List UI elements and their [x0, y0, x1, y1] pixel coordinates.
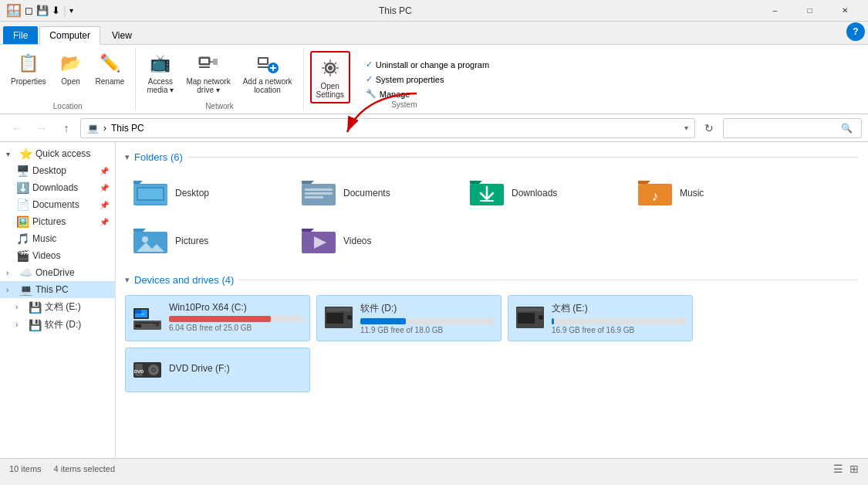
search-box: 🔍 [723, 118, 862, 138]
open-label: Open [61, 77, 79, 86]
ribbon-group-system: OpenSettings ✓ Uninstall or change a pro… [304, 48, 505, 110]
system-items: ✓ Uninstall or change a program ✓ System… [356, 48, 498, 110]
svg-marker-30 [133, 229, 146, 232]
desktop-label: Desktop [32, 165, 66, 176]
add-network-location-button[interactable]: Add a networklocation [238, 48, 297, 97]
uninstall-item[interactable]: ✓ Uninstall or change a program [363, 58, 492, 71]
up-button[interactable]: ↑ [56, 117, 77, 139]
sidebar-onedrive[interactable]: › ☁️ OneDrive [0, 264, 115, 281]
restore-button[interactable]: □ [792, 0, 827, 22]
manage-item[interactable]: 🔧 Manage [363, 87, 492, 100]
refresh-button[interactable]: ↻ [698, 117, 720, 139]
window-title: This PC [79, 5, 711, 16]
manage-icon: 🔧 [366, 89, 377, 99]
tab-computer[interactable]: Computer [39, 26, 100, 45]
map-network-drive-button[interactable]: Map networkdrive ▾ [181, 48, 235, 97]
address-path[interactable]: 💻 › This PC ▾ [80, 118, 695, 138]
videos-folder-icon [300, 226, 337, 256]
open-button[interactable]: 📂 Open [54, 48, 88, 89]
network-group-label: Network [205, 99, 234, 110]
devices-section-header: ▾ Devices and drives (4) [125, 274, 859, 286]
drive-c[interactable]: Win10Pro X64 (C:) 6.04 GB free of 25.0 G… [125, 295, 310, 341]
folder-downloads[interactable]: Downloads [461, 172, 623, 214]
uninstall-check: ✓ [366, 59, 373, 70]
address-dropdown-arrow[interactable]: ▾ [684, 124, 688, 132]
downloads-folder-label: Downloads [512, 188, 557, 198]
access-media-button[interactable]: 📺 Accessmedia ▾ [142, 48, 178, 97]
forward-button[interactable]: → [31, 117, 52, 139]
devices-chevron[interactable]: ▾ [125, 275, 130, 285]
close-button[interactable]: ✕ [827, 0, 862, 22]
svg-marker-33 [302, 229, 314, 232]
tab-view[interactable]: View [102, 26, 142, 44]
search-input[interactable] [730, 123, 838, 134]
drive-e-bar-bg [552, 318, 686, 324]
sidebar-item-desktop[interactable]: 🖥️ Desktop 📌 [0, 162, 115, 179]
downloads-pin-icon: 📌 [100, 184, 109, 192]
minimize-button[interactable]: – [758, 0, 792, 22]
open-icon: 📂 [59, 51, 83, 76]
open-settings-label: OpenSettings [316, 82, 344, 99]
svg-text:DVD: DVD [134, 369, 144, 374]
access-media-label: Accessmedia ▾ [147, 77, 174, 94]
drive-e[interactable]: 文档 (E:) 16.9 GB free of 16.9 GB [508, 295, 693, 341]
svg-rect-47 [326, 313, 343, 324]
ribbon-group-network: 📺 Accessmedia ▾ Map networkdrive ▾ [136, 48, 303, 110]
rename-button[interactable]: ✏️ Rename [91, 48, 130, 89]
system-menu-icon[interactable]: 🪟 [6, 3, 22, 18]
sidebar-this-pc[interactable]: › 💻 This PC [0, 281, 115, 298]
sidebar-item-videos[interactable]: 🎬 Videos [0, 247, 115, 264]
svg-rect-1 [201, 59, 208, 63]
drive-c-space: 6.04 GB free of 25.0 GB [169, 324, 303, 332]
details-view-button[interactable]: ☰ [833, 463, 843, 475]
add-network-label: Add a networklocation [243, 77, 292, 94]
svg-rect-38 [141, 314, 144, 315]
quick-access-separator: | [63, 5, 66, 17]
properties-button[interactable]: 📋 Properties [6, 48, 51, 89]
rename-label: Rename [96, 77, 125, 86]
onedrive-label: OneDrive [35, 267, 75, 278]
folder-videos[interactable]: Videos [293, 220, 455, 262]
sidebar-item-documents[interactable]: 📄 Documents 📌 [0, 196, 115, 213]
customize-quick-access[interactable]: ▾ [69, 6, 73, 15]
this-pc-label: This PC [35, 284, 69, 295]
folder-documents[interactable]: Documents [293, 172, 455, 214]
pictures-label: Pictures [32, 216, 66, 227]
music-icon: 🎵 [15, 232, 29, 245]
sidebar-item-e-drive[interactable]: › 💾 文档 (E:) [0, 298, 115, 316]
system-properties-item[interactable]: ✓ System properties [363, 73, 492, 86]
folder-desktop[interactable]: Desktop [125, 172, 287, 214]
svg-point-50 [539, 315, 543, 320]
desktop-folder-icon [132, 178, 169, 209]
svg-rect-7 [258, 66, 269, 68]
sidebar-item-pictures[interactable]: 🖼️ Pictures 📌 [0, 213, 115, 230]
folders-section-header: ▾ Folders (6) [125, 151, 859, 163]
dvd-icon: DVD [132, 354, 163, 385]
drive-d[interactable]: 软件 (D:) 11.9 GB free of 18.0 GB [316, 295, 502, 341]
open-settings-button[interactable]: OpenSettings [310, 51, 350, 103]
d-drive-icon: 💾 [28, 319, 42, 331]
sidebar-item-d-drive[interactable]: › 💾 软件 (D:) [0, 316, 115, 334]
svg-rect-4 [213, 59, 218, 65]
folder-music[interactable]: ♪ Music [630, 172, 792, 214]
large-icons-view-button[interactable]: ⊞ [849, 463, 859, 475]
address-bar: ← → ↑ 💻 › This PC ▾ ↻ 🔍 [0, 114, 868, 142]
sidebar-item-music[interactable]: 🎵 Music [0, 230, 115, 247]
sidebar-item-downloads[interactable]: ⬇️ Downloads 📌 [0, 179, 115, 196]
drive-c-icon [132, 302, 163, 333]
music-label: Music [32, 233, 56, 244]
folders-title: Folders (6) [134, 151, 183, 163]
help-button[interactable]: ? [846, 22, 865, 41]
sys-props-check: ✓ [366, 74, 373, 84]
search-icon[interactable]: 🔍 [841, 123, 853, 134]
drive-dvd[interactable]: DVD DVD Drive (F:) [125, 348, 310, 392]
folder-pictures[interactable]: Pictures [125, 220, 287, 262]
svg-point-31 [142, 236, 148, 242]
tab-file[interactable]: File [3, 26, 38, 44]
downloads-label: Downloads [32, 182, 78, 193]
sidebar-quick-access[interactable]: ▾ ⭐ Quick access [0, 145, 115, 162]
properties-icon: 📋 [16, 51, 41, 76]
folders-chevron[interactable]: ▾ [125, 152, 130, 162]
back-button[interactable]: ← [6, 117, 28, 139]
item-count: 10 items [9, 464, 42, 473]
